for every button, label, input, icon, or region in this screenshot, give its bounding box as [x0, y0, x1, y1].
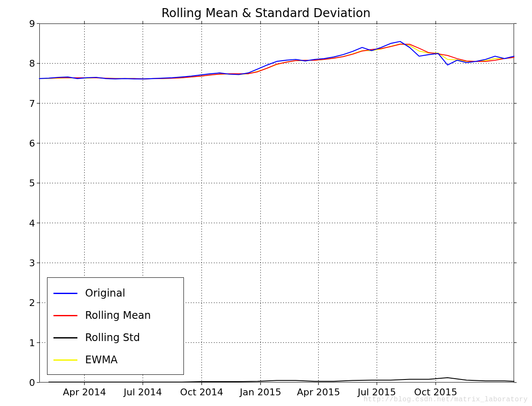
ytick-label: 0 — [18, 377, 35, 388]
xtick-label: Oct 2014 — [180, 387, 223, 397]
legend-label: Rolling Mean — [85, 309, 151, 321]
legend-label: EWMA — [85, 354, 118, 366]
ytick-label: 4 — [18, 218, 35, 228]
legend-label: Original — [85, 287, 125, 299]
legend-entry: Original — [53, 282, 177, 304]
ytick-label: 6 — [18, 138, 35, 149]
xtick-label: Jul 2014 — [124, 387, 162, 397]
xtick-label: Jan 2015 — [240, 387, 281, 397]
ytick-label: 3 — [18, 258, 35, 268]
legend-swatch — [53, 315, 77, 316]
legend-swatch — [53, 293, 77, 294]
xtick-label: Apr 2015 — [297, 387, 340, 397]
ytick-label: 9 — [18, 18, 35, 29]
xtick-label: Apr 2014 — [63, 387, 106, 397]
ytick-label: 5 — [18, 178, 35, 188]
legend-entry: Rolling Mean — [53, 304, 177, 327]
legend-swatch — [53, 337, 77, 338]
watermark-text: http://blog.csdn.net/matrix_laboratory — [364, 396, 528, 403]
ytick-label: 2 — [18, 297, 35, 308]
ytick-label: 8 — [18, 58, 35, 69]
legend-entry: EWMA — [53, 349, 177, 371]
ytick-label: 1 — [18, 337, 35, 348]
legend-entry: Rolling Std — [53, 327, 177, 349]
legend-swatch — [53, 359, 77, 361]
legend-box: OriginalRolling MeanRolling StdEWMA — [47, 277, 184, 375]
ytick-label: 7 — [18, 98, 35, 109]
legend-label: Rolling Std — [85, 332, 140, 344]
